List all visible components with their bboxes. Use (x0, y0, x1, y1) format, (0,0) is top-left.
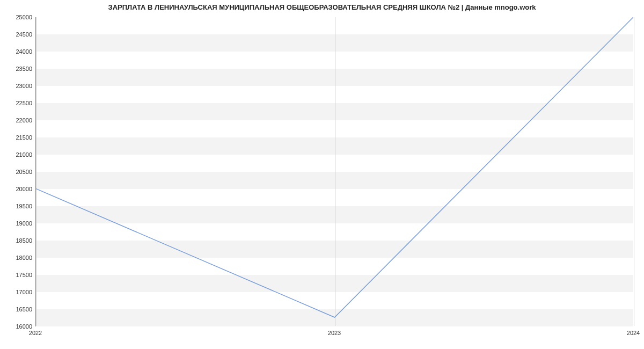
x-tick-label: 2022 (29, 330, 42, 336)
y-tick-label: 20000 (2, 186, 32, 192)
data-line (36, 17, 633, 326)
y-tick-label: 18000 (2, 255, 32, 261)
chart-title: ЗАРПЛАТА В ЛЕНИНАУЛЬСКАЯ МУНИЦИПАЛЬНАЯ О… (0, 3, 644, 11)
chart-container: ЗАРПЛАТА В ЛЕНИНАУЛЬСКАЯ МУНИЦИПАЛЬНАЯ О… (0, 0, 644, 349)
y-tick-label: 21500 (2, 134, 32, 141)
x-tick-label: 2023 (328, 330, 341, 336)
y-tick-label: 16000 (2, 323, 32, 330)
y-tick-label: 19000 (2, 220, 32, 227)
y-tick-label: 24000 (2, 48, 32, 55)
y-tick-label: 22500 (2, 100, 32, 106)
y-tick-label: 20500 (2, 169, 32, 175)
y-tick-label: 25000 (2, 14, 32, 20)
y-tick-label: 22000 (2, 117, 32, 123)
y-tick-label: 23500 (2, 66, 32, 72)
y-tick-label: 24500 (2, 31, 32, 38)
y-tick-label: 23000 (2, 83, 32, 89)
y-tick-label: 21000 (2, 151, 32, 158)
y-tick-label: 18500 (2, 237, 32, 244)
y-tick-label: 17500 (2, 272, 32, 278)
series-line (36, 17, 633, 317)
y-tick-label: 19500 (2, 203, 32, 209)
y-tick-label: 16500 (2, 306, 32, 312)
x-tick-label: 2024 (627, 330, 640, 336)
grid-line-v (634, 17, 634, 326)
plot-area (35, 17, 633, 326)
y-tick-label: 17000 (2, 289, 32, 295)
